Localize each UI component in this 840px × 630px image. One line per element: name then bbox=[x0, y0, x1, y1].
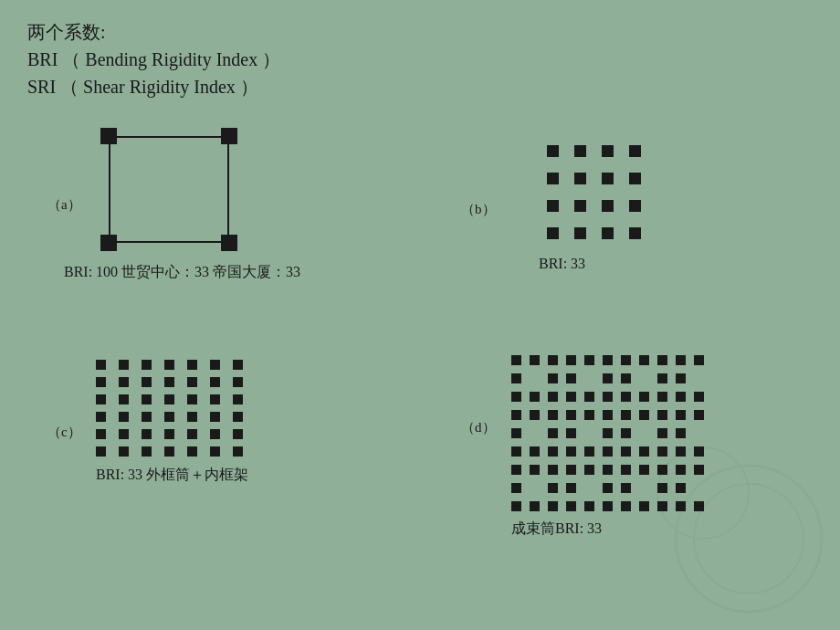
label-c: （c） bbox=[47, 424, 81, 441]
corner-br bbox=[221, 235, 237, 251]
header-line1: 两个系数: bbox=[27, 18, 813, 46]
bundle-pattern bbox=[511, 355, 712, 515]
header-line3: SRI （ Shear Rigidity Index ） bbox=[27, 73, 813, 100]
bri-a: BRI: 100 世贸中心：33 帝国大厦：33 bbox=[64, 263, 429, 282]
header-line2: BRI （ Bending Rigidity Index ） bbox=[27, 46, 813, 73]
header-section: 两个系数: BRI （ Bending Rigidity Index ） SRI… bbox=[27, 18, 813, 100]
dot-grid-c bbox=[96, 360, 429, 457]
frame-border bbox=[109, 136, 229, 243]
quadrant-c: （c） bbox=[27, 346, 447, 603]
quadrant-d: （d） 成束筒BRI: 33 bbox=[447, 346, 840, 603]
label-b: （b） bbox=[461, 201, 496, 218]
corner-bl bbox=[100, 235, 117, 251]
bri-c: BRI: 33 外框筒＋内框架 bbox=[96, 466, 429, 485]
frame-a bbox=[96, 123, 242, 256]
bri-b: BRI: 33 bbox=[539, 256, 840, 272]
quadrant-a: （a） BRI: 100 世贸中心：33 帝国大厦：33 bbox=[27, 110, 447, 346]
dot-grid-b bbox=[539, 137, 840, 247]
main-content: 两个系数: BRI （ Bending Rigidity Index ） SRI… bbox=[0, 0, 840, 630]
corner-tr bbox=[221, 128, 237, 144]
label-d: （d） bbox=[461, 419, 496, 436]
corner-tl bbox=[100, 128, 117, 144]
quadrant-b: （b） BRI: 33 bbox=[447, 110, 840, 346]
bri-d: 成束筒BRI: 33 bbox=[511, 520, 840, 539]
label-a: （a） bbox=[47, 196, 81, 214]
